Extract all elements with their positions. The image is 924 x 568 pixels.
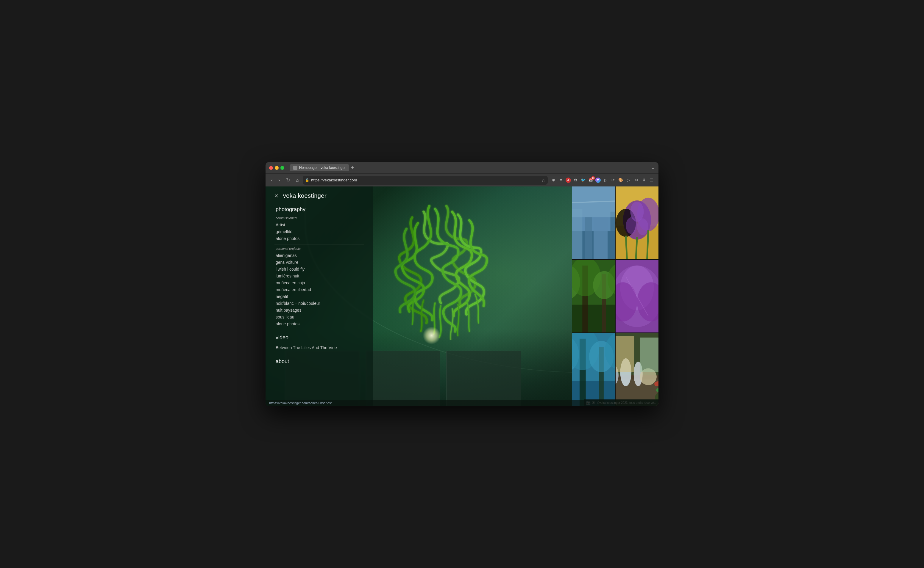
divider-3: [274, 356, 364, 356]
gallery-grid: [572, 186, 659, 406]
refresh-button[interactable]: ↻: [284, 176, 292, 184]
video-section-title[interactable]: video: [274, 335, 364, 341]
svg-point-15: [626, 218, 637, 234]
status-url: https://vekakoestinger.com/series/unseri…: [269, 401, 332, 405]
extension-mail-icon[interactable]: ✉: [633, 177, 639, 183]
browser-window: Homepage – veka koestinger ✕ + ⌄ ‹ › ↻ ⌂…: [265, 162, 659, 406]
close-window-button[interactable]: [269, 166, 273, 170]
nav-item-between-lilies[interactable]: Between The Lilies And The Vine: [274, 344, 364, 351]
extension-bird-icon[interactable]: 🐦: [580, 177, 586, 183]
nav-item-gens-voiture[interactable]: gens voiture: [274, 259, 364, 266]
divider-1: [274, 244, 364, 245]
reader-view-icon[interactable]: ≡: [558, 177, 564, 183]
back-button[interactable]: ‹: [269, 176, 274, 184]
extension-flower-icon[interactable]: ✿: [572, 177, 579, 183]
noodle-sculpture: [344, 198, 560, 340]
nav-item-noir-blanc[interactable]: noir/blanc – noir/couleur: [274, 300, 364, 307]
about-section-title[interactable]: about: [274, 358, 364, 365]
minimize-window-button[interactable]: [275, 166, 279, 170]
nav-item-negatif[interactable]: négatif: [274, 293, 364, 300]
photography-section-title[interactable]: photography: [274, 206, 364, 213]
gallery-image-3[interactable]: [572, 260, 615, 333]
nav-item-artist[interactable]: Artist: [274, 222, 364, 228]
nav-item-nuit-paysages[interactable]: nuit paysages: [274, 307, 364, 313]
extension-multi-icon[interactable]: M: [595, 178, 601, 183]
traffic-lights: [269, 166, 284, 170]
extension-code-icon[interactable]: {}: [602, 177, 609, 183]
site-title: veka koestinger: [283, 192, 327, 199]
close-menu-button[interactable]: ×: [274, 193, 278, 199]
tab-title: Homepage – veka koestinger: [299, 166, 345, 170]
svg-line-17: [636, 237, 637, 259]
extension-triangle-icon[interactable]: ▷: [625, 177, 632, 183]
sidebar: × veka koestinger photography commission…: [265, 186, 373, 406]
nav-item-muneca-en-caja[interactable]: muñeca en caja: [274, 279, 364, 286]
nav-item-i-wish-i-could-fly[interactable]: i wish i could fly: [274, 266, 364, 272]
extension-download-icon[interactable]: ⬇: [641, 177, 647, 183]
navigation-bar: ‹ › ↻ ⌂ 🔒 ☆ ⊕ ≡ A ✿ 🐦 📅 M {} ⟳ 🎨 ▷ ✉ ⬇ ☰: [265, 174, 659, 186]
main-content: × veka koestinger photography commission…: [265, 186, 659, 406]
nav-item-lumieres-nuit[interactable]: lumières nuit: [274, 273, 364, 279]
bookmark-icon[interactable]: ☆: [541, 178, 545, 183]
address-container: 🔒 ☆: [303, 176, 548, 185]
toolbar-icons: ⊕ ≡ A ✿ 🐦 📅 M {} ⟳ 🎨 ▷ ✉ ⬇ ☰: [550, 177, 655, 183]
svg-rect-56: [616, 336, 634, 372]
nav-item-gemellite[interactable]: gémellité: [274, 228, 364, 235]
gallery-image-2[interactable]: [616, 186, 659, 259]
window-blind-3: [446, 350, 521, 406]
extension-calendar-icon[interactable]: 📅: [588, 177, 594, 183]
extension-color-icon[interactable]: 🎨: [617, 177, 624, 183]
status-bar: https://vekakoestinger.com/series/unseri…: [265, 400, 659, 406]
title-bar: Homepage – veka koestinger ✕ + ⌄: [265, 162, 659, 174]
divider-2: [274, 332, 364, 332]
fullscreen-window-button[interactable]: [280, 166, 284, 170]
about-section: about: [274, 358, 364, 365]
home-button[interactable]: ⌂: [294, 176, 301, 184]
gallery-image-6[interactable]: [616, 333, 659, 406]
nav-item-alone-photos-personal[interactable]: alone photos: [274, 320, 364, 327]
svg-rect-6: [610, 212, 615, 259]
window-blind-2: [366, 350, 441, 406]
pocket-icon[interactable]: ⊕: [550, 177, 557, 183]
svg-line-18: [647, 230, 648, 259]
nav-item-muneca-en-libertad[interactable]: muñeca en libertad: [274, 286, 364, 293]
video-section: video Between The Lilies And The Vine: [274, 335, 364, 351]
personal-projects-label: personal projects: [274, 247, 364, 251]
extension-sync-icon[interactable]: ⟳: [610, 177, 616, 183]
sidebar-header: × veka koestinger: [274, 192, 364, 199]
photography-section: photography commissioned Artist gémellit…: [274, 206, 364, 327]
address-bar[interactable]: [303, 176, 548, 185]
gallery-image-1[interactable]: [572, 186, 615, 259]
tab-close-button[interactable]: ✕: [348, 166, 349, 169]
extension-abp-icon[interactable]: A: [566, 178, 571, 183]
new-tab-button[interactable]: +: [351, 165, 354, 171]
tab-favicon: [293, 166, 297, 170]
gallery-image-4[interactable]: [616, 260, 659, 333]
svg-rect-21: [572, 305, 615, 332]
forward-button[interactable]: ›: [277, 176, 282, 184]
right-panel: 📷 ✉ ©veka koestinger 2023, tous droits r…: [572, 186, 659, 406]
active-tab[interactable]: Homepage – veka koestinger ✕: [290, 164, 349, 171]
commissioned-label: commissioned: [274, 216, 364, 220]
tab-bar: Homepage – veka koestinger ✕ +: [290, 164, 649, 171]
gallery-image-5[interactable]: [572, 333, 615, 406]
svg-rect-4: [585, 218, 592, 259]
nav-item-alienigenas[interactable]: alienigenas: [274, 252, 364, 259]
nav-item-sous-leau[interactable]: sous l'eau: [274, 314, 364, 320]
svg-line-19: [626, 236, 627, 259]
svg-rect-57: [640, 337, 659, 372]
svg-point-16: [637, 218, 648, 235]
nav-item-alone-photos-commissioned[interactable]: alone photos: [274, 235, 364, 242]
window-controls-right: ⌄: [651, 165, 655, 170]
extension-menu-icon[interactable]: ☰: [648, 177, 655, 183]
ceiling-light: [423, 326, 441, 344]
